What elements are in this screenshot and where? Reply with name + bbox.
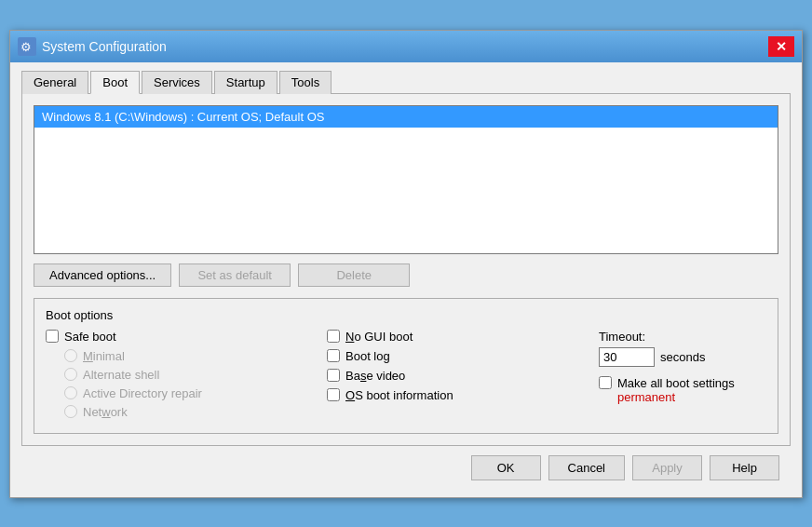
tab-bar: General Boot Services Startup Tools bbox=[21, 70, 791, 94]
alternate-shell-radio[interactable] bbox=[64, 368, 77, 381]
cancel-button[interactable]: Cancel bbox=[548, 455, 625, 480]
boot-options-legend: Boot options bbox=[46, 308, 766, 322]
no-gui-row: No GUI boot bbox=[327, 330, 589, 344]
make-permanent-row: Make all boot settings permanent bbox=[599, 376, 766, 406]
help-button[interactable]: Help bbox=[710, 455, 779, 480]
app-icon: ⚙ bbox=[18, 37, 36, 56]
no-gui-label[interactable]: No GUI boot bbox=[345, 330, 413, 344]
timeout-input[interactable] bbox=[599, 347, 655, 367]
boot-col-right: Timeout: seconds Make all boot settings bbox=[589, 330, 766, 424]
make-permanent-text-red: permanent bbox=[617, 390, 675, 404]
safe-boot-label[interactable]: Safe boot bbox=[64, 330, 116, 344]
boot-col-middle: No GUI boot Boot log Base video OS bbox=[308, 330, 589, 424]
make-permanent-label[interactable]: Make all boot settings permanent bbox=[617, 376, 735, 406]
boot-options-box: Boot options Safe boot Minimal bbox=[34, 298, 778, 434]
network-row: Network bbox=[46, 405, 308, 419]
svg-text:⚙: ⚙ bbox=[20, 40, 32, 54]
boot-options-content: Safe boot Minimal Alternate shell A bbox=[46, 330, 766, 424]
apply-button[interactable]: Apply bbox=[632, 455, 702, 480]
alternate-shell-label[interactable]: Alternate shell bbox=[83, 368, 159, 382]
boot-col-left: Safe boot Minimal Alternate shell A bbox=[46, 330, 308, 424]
timeout-label: Timeout: bbox=[599, 330, 766, 344]
window-body: General Boot Services Startup Tools Wind… bbox=[10, 62, 802, 497]
advanced-options-button[interactable]: Advanced options... bbox=[34, 264, 171, 287]
action-buttons-row: Advanced options... Set as default Delet… bbox=[34, 264, 778, 287]
os-boot-checkbox[interactable] bbox=[327, 388, 340, 401]
alternate-shell-row: Alternate shell bbox=[46, 368, 308, 382]
tab-content-boot: Windows 8.1 (C:\Windows) : Current OS; D… bbox=[21, 94, 791, 446]
safe-boot-row: Safe boot bbox=[46, 330, 308, 344]
boot-log-checkbox[interactable] bbox=[327, 349, 340, 362]
tab-general[interactable]: General bbox=[21, 71, 88, 94]
boot-log-row: Boot log bbox=[327, 349, 589, 363]
set-default-button[interactable]: Set as default bbox=[179, 264, 291, 287]
safe-boot-checkbox[interactable] bbox=[46, 330, 59, 343]
title-bar-left: ⚙ System Configuration bbox=[18, 37, 167, 56]
no-gui-checkbox[interactable] bbox=[327, 330, 340, 343]
active-directory-radio[interactable] bbox=[64, 386, 77, 399]
active-directory-row: Active Directory repair bbox=[46, 386, 308, 400]
os-boot-info-row: OS boot information bbox=[327, 388, 589, 402]
os-list-item[interactable]: Windows 8.1 (C:\Windows) : Current OS; D… bbox=[34, 106, 778, 128]
ok-button[interactable]: OK bbox=[471, 455, 541, 480]
timeout-unit: seconds bbox=[660, 350, 705, 364]
delete-button[interactable]: Delete bbox=[298, 264, 410, 287]
title-bar: ⚙ System Configuration ✕ bbox=[10, 31, 802, 62]
minimal-row: Minimal bbox=[46, 349, 308, 363]
network-radio[interactable] bbox=[64, 405, 77, 418]
base-video-row: Base video bbox=[327, 369, 589, 383]
minimal-label[interactable]: Minimal bbox=[83, 349, 125, 363]
system-configuration-window: ⚙ System Configuration ✕ General Boot Se… bbox=[9, 30, 803, 498]
tab-tools[interactable]: Tools bbox=[279, 71, 332, 94]
dialog-buttons: OK Cancel Apply Help bbox=[21, 446, 791, 486]
make-permanent-checkbox[interactable] bbox=[599, 376, 612, 389]
close-button[interactable]: ✕ bbox=[768, 36, 794, 57]
boot-log-label[interactable]: Boot log bbox=[345, 349, 390, 363]
os-boot-label[interactable]: OS boot information bbox=[345, 388, 453, 402]
timeout-section: Timeout: seconds bbox=[599, 330, 766, 367]
tab-startup[interactable]: Startup bbox=[214, 71, 277, 94]
base-video-checkbox[interactable] bbox=[327, 369, 340, 382]
os-list[interactable]: Windows 8.1 (C:\Windows) : Current OS; D… bbox=[34, 105, 778, 254]
window-title: System Configuration bbox=[42, 39, 167, 54]
tab-boot[interactable]: Boot bbox=[90, 71, 140, 94]
minimal-radio[interactable] bbox=[64, 349, 77, 362]
network-label[interactable]: Network bbox=[83, 405, 128, 419]
active-directory-label[interactable]: Active Directory repair bbox=[83, 386, 202, 400]
tab-services[interactable]: Services bbox=[142, 71, 212, 94]
timeout-row: seconds bbox=[599, 347, 766, 367]
base-video-label[interactable]: Base video bbox=[345, 369, 405, 383]
make-permanent-text-black: Make all boot settings bbox=[617, 376, 735, 390]
